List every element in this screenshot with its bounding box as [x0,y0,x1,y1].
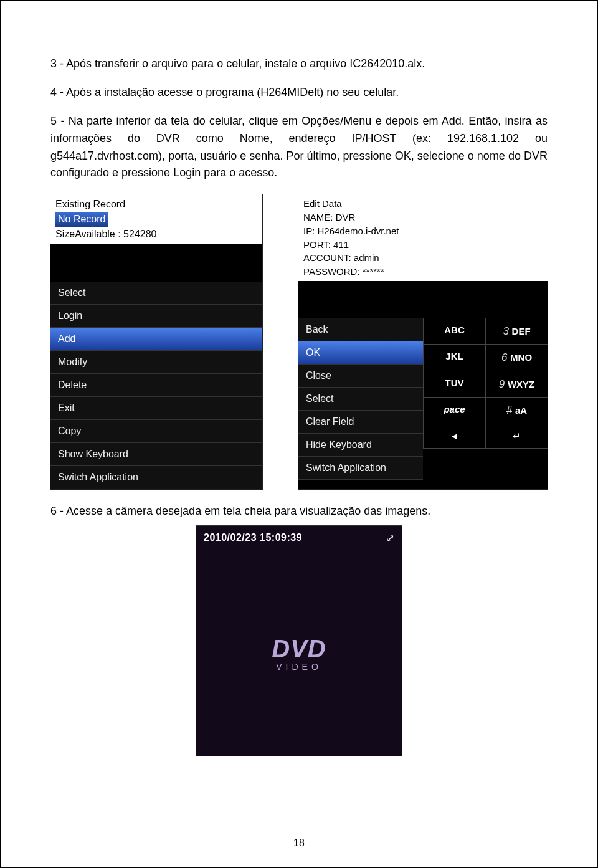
menu-delete[interactable]: Delete [50,374,262,397]
size-available: SizeAvailable : 524280 [55,227,257,242]
phone-screenshot-1: Existing Record No Record SizeAvailable … [50,194,262,489]
dvd-logo: DVD [272,635,326,663]
menu-hide-keyboard[interactable]: Hide Keyboard [298,434,423,457]
key-enter-icon[interactable]: ↵ [485,424,548,449]
screenshots-row: Existing Record No Record SizeAvailable … [50,194,548,489]
page-number: 18 [1,837,597,849]
key-3[interactable]: 3 DEF [485,318,548,345]
key-9[interactable]: 9 WXYZ [485,371,548,398]
key-jkl[interactable]: JKL [423,345,485,371]
phone-screenshot-2: Edit Data NAME: DVR IP: H264demo.i-dvr.n… [298,194,548,489]
menu-select-2[interactable]: Select [298,388,423,411]
field-account: ACCOUNT: admin [303,251,543,265]
key-abc[interactable]: ABC [423,318,485,345]
existing-record-title: Existing Record [55,197,257,212]
key-left-arrow-icon[interactable]: ◄ [423,424,485,449]
menu-exit[interactable]: Exit [50,397,262,420]
field-ip: IP: H264demo.i-dvr.net [303,224,543,238]
menu-select[interactable]: Select [50,282,262,305]
page: 3 - Após transferir o arquivo para o cel… [0,0,598,868]
key-row-2: JKL 6 MNO [423,345,548,371]
key-6[interactable]: 6 MNO [485,345,548,371]
menu-close[interactable]: Close [298,365,423,388]
black-spacer [50,244,262,282]
phone2-lower: Back OK Close Select Clear Field Hide Ke… [298,318,548,480]
paragraph-6: 6 - Acesse a câmera desejada em tela che… [50,505,548,518]
menu-show-keyboard[interactable]: Show Keyboard [50,443,262,466]
field-name: NAME: DVR [303,211,543,224]
key-hash[interactable]: # aA [485,398,548,424]
menu-clear-field[interactable]: Clear Field [298,411,423,434]
key-row-3: TUV 9 WXYZ [423,371,548,398]
paragraph-3: 3 - Após transferir o arquivo para o cel… [50,55,548,73]
black-spacer-2 [298,281,548,318]
edit-data-title: Edit Data [303,197,543,211]
key-row-1: ABC 3 DEF [423,318,548,345]
menu-ok[interactable]: OK [298,341,423,365]
video-area: DVD VIDEO [196,550,402,756]
field-port: PORT: 411 [303,238,543,252]
menu-login[interactable]: Login [50,305,262,328]
key-tuv[interactable]: TUV [423,371,485,398]
existing-record-panel: Existing Record No Record SizeAvailable … [50,194,262,244]
options-menu-2: Back OK Close Select Clear Field Hide Ke… [298,318,423,480]
expand-icon[interactable]: ⤢ [386,532,394,544]
edit-data-panel: Edit Data NAME: DVR IP: H264demo.i-dvr.n… [298,194,548,281]
field-password: PASSWORD: ****** [303,265,543,279]
bottom-white-bar [196,756,402,794]
keypad: ABC 3 DEF JKL 6 MNO TUV 9 WXYZ pace # aA [423,318,548,480]
timestamp: 2010/02/23 15:09:39 [196,526,402,550]
menu-back[interactable]: Back [298,318,423,341]
menu-switch-application[interactable]: Switch Application [50,466,262,489]
menu-add[interactable]: Add [50,328,262,351]
key-space[interactable]: pace [423,398,485,424]
menu-copy[interactable]: Copy [50,420,262,443]
paragraph-5: 5 - Na parte inferior da tela do celular… [50,113,548,183]
menu-modify[interactable]: Modify [50,351,262,374]
paragraph-4: 4 - Após a instalação acesse o programa … [50,84,548,102]
options-menu-1: Select Login Add Modify Delete Exit Copy… [50,282,262,489]
key-row-4: pace # aA [423,398,548,424]
no-record-selected: No Record [55,212,108,227]
dvd-logo-sub: VIDEO [276,662,322,672]
menu-switch-application-2[interactable]: Switch Application [298,457,423,480]
key-row-5: ◄ ↵ [423,424,548,449]
phone-screenshot-3: 2010/02/23 15:09:39 ⤢ DVD VIDEO [196,525,402,794]
